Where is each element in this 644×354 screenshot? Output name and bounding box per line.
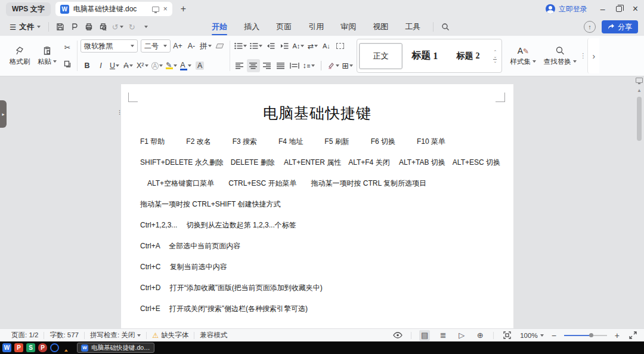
scrollbar-thumb[interactable] bbox=[637, 97, 642, 141]
redo-button[interactable]: ↻ bbox=[125, 20, 139, 33]
doc-line[interactable]: Ctrl+D 打开“添加收藏”面版(把当前页面添加到收藏夹中) bbox=[140, 278, 498, 298]
styles-scroll-down-button[interactable]: ⌄ bbox=[493, 54, 497, 59]
decrease-indent-button[interactable] bbox=[264, 39, 277, 53]
customize-toolbar-button[interactable] bbox=[139, 20, 153, 33]
taskbar-wps-writer-icon[interactable]: W bbox=[2, 343, 11, 352]
fullscreen-button[interactable] bbox=[501, 330, 512, 341]
tab-view[interactable]: 视图 bbox=[364, 18, 397, 36]
save-button[interactable] bbox=[53, 20, 67, 33]
copy-button[interactable] bbox=[61, 57, 74, 70]
increase-font-button[interactable]: A+ bbox=[171, 39, 184, 53]
scroll-up-arrow[interactable]: ▲ bbox=[637, 88, 642, 93]
chinese-conversion-button[interactable]: ⇄ bbox=[306, 39, 319, 53]
strikethrough-button[interactable]: A bbox=[122, 59, 135, 72]
cloud-upload-button[interactable]: ↑ bbox=[584, 21, 596, 33]
style-normal[interactable]: 正文 bbox=[359, 43, 402, 69]
underline-button[interactable]: U bbox=[108, 59, 121, 72]
zoom-level-select[interactable]: 100% bbox=[520, 332, 543, 339]
justify-button[interactable] bbox=[274, 59, 287, 72]
login-button[interactable]: 立即登录 bbox=[546, 4, 587, 14]
tab-tools[interactable]: 工具 bbox=[397, 18, 429, 36]
doc-line[interactable]: Ctrl+E 打开或关闭“搜索”侧边栏(各种搜索引擎可选) bbox=[140, 298, 498, 319]
char-shading-button[interactable]: A bbox=[193, 59, 206, 72]
zoom-slider[interactable] bbox=[564, 333, 607, 338]
file-menu-button[interactable]: ☰ 文件 bbox=[6, 22, 44, 32]
decrease-font-button[interactable]: A- bbox=[185, 39, 198, 53]
zoom-slider-knob[interactable] bbox=[589, 333, 593, 337]
bold-button[interactable]: B bbox=[80, 59, 94, 72]
tab-reference[interactable]: 引用 bbox=[300, 18, 332, 36]
ruler-toggle-icon[interactable] bbox=[636, 78, 643, 83]
vertical-scrollbar[interactable]: ▲ bbox=[635, 76, 643, 328]
taskbar-wps-spreadsheet-icon[interactable]: S bbox=[26, 343, 35, 352]
taskbar-wps-pdf-icon[interactable]: P bbox=[38, 343, 47, 352]
new-tab-button[interactable]: + bbox=[177, 4, 190, 14]
word-count[interactable]: 字数: 577 bbox=[44, 331, 84, 340]
taskbar-active-window[interactable]: W 电脑基础快捷键.do… bbox=[77, 343, 154, 353]
styles-more-button[interactable]: ⌄ bbox=[493, 59, 497, 63]
font-name-select[interactable]: 微软雅黑 bbox=[80, 39, 138, 53]
share-button[interactable]: 分享 bbox=[602, 20, 638, 33]
tab-review[interactable]: 审阅 bbox=[332, 18, 364, 36]
undo-button[interactable]: ↺ bbox=[110, 20, 125, 33]
font-color-button[interactable]: A bbox=[179, 59, 193, 72]
export-pdf-button[interactable] bbox=[67, 20, 82, 33]
web-view-button[interactable]: ⊕ bbox=[475, 330, 485, 341]
page-indicator[interactable]: 页面: 1/2 bbox=[6, 331, 44, 340]
minimize-button[interactable]: – bbox=[600, 4, 605, 14]
taskbar-display-icon[interactable] bbox=[62, 344, 70, 352]
compat-mode-indicator[interactable]: 兼容模式 bbox=[194, 331, 233, 340]
increase-indent-button[interactable] bbox=[278, 39, 291, 53]
tab-insert[interactable]: 插入 bbox=[236, 18, 268, 36]
doc-line[interactable]: Ctrl+C 复制当前选中内容 bbox=[140, 257, 498, 278]
tab-page[interactable]: 页面 bbox=[268, 18, 300, 36]
superscript-button[interactable]: X² bbox=[135, 59, 150, 72]
restore-button[interactable] bbox=[616, 6, 622, 12]
cut-button[interactable]: ✂ bbox=[61, 41, 74, 54]
fit-page-button[interactable] bbox=[627, 330, 638, 341]
style-heading1[interactable]: 标题 1 bbox=[404, 43, 446, 69]
text-effects-button[interactable]: A↕ bbox=[292, 39, 306, 53]
document-tab[interactable]: W 电脑基础快捷键.doc × bbox=[55, 2, 172, 16]
spell-check-toggle[interactable]: 拼写检查: 关闭 bbox=[85, 331, 146, 340]
close-window-button[interactable]: × bbox=[633, 4, 638, 14]
borders-button[interactable]: ⊞ bbox=[341, 59, 355, 72]
doc-line[interactable]: SHIFT+DELETE 永久删除 DELETE 删除 ALT+ENTER 属性… bbox=[140, 152, 498, 173]
monitor-icon[interactable] bbox=[152, 7, 159, 12]
show-marks-button[interactable] bbox=[333, 39, 346, 53]
ribbon-expand-button[interactable]: › bbox=[587, 38, 599, 73]
missing-font-indicator[interactable]: ⚠ 缺失字体 bbox=[147, 331, 194, 340]
zoom-in-button[interactable]: + bbox=[615, 331, 620, 340]
zoom-out-button[interactable]: − bbox=[552, 331, 556, 340]
find-replace-button[interactable]: 查找替换 bbox=[541, 38, 578, 73]
outline-view-button[interactable]: ≣ bbox=[438, 330, 448, 341]
phonetic-guide-button[interactable]: 拼 bbox=[199, 39, 213, 53]
italic-button[interactable]: I bbox=[94, 59, 107, 72]
doc-line[interactable]: ALT+空格键窗口菜单 CTRL+ESC 开始菜单 拖动某一项时按 CTRL 复… bbox=[140, 173, 498, 194]
tab-home[interactable]: 开始 bbox=[203, 18, 236, 36]
clear-format-button[interactable] bbox=[213, 39, 227, 53]
search-button[interactable] bbox=[438, 20, 453, 34]
doc-line[interactable]: 拖动某一项时按 CTRL+SHIFT 创建快捷方式 bbox=[140, 194, 498, 215]
bullet-list-button[interactable] bbox=[233, 39, 248, 53]
doc-line[interactable]: Ctrl+1,2,3... 切换到从左边数起第 1,2,3...个标签 bbox=[140, 215, 498, 236]
sidebar-toggle[interactable]: ▸ bbox=[0, 100, 7, 128]
more-options-icon[interactable]: ⋮ bbox=[580, 52, 586, 60]
align-right-button[interactable] bbox=[261, 59, 274, 72]
highlight-button[interactable]: ✎ bbox=[165, 59, 178, 72]
format-painter-button[interactable]: 格式刷 bbox=[6, 38, 33, 73]
distribute-button[interactable] bbox=[288, 59, 301, 72]
sort-button[interactable]: A↓ bbox=[320, 39, 333, 53]
enclose-character-button[interactable]: A bbox=[150, 59, 165, 72]
paste-button[interactable]: 粘贴 bbox=[33, 38, 61, 73]
close-tab-icon[interactable]: × bbox=[163, 5, 168, 13]
document-page[interactable]: 电脑基础快捷键 F1 帮助 F2 改名 F3 搜索 F4 地址 F5 刷新 F6… bbox=[121, 84, 513, 328]
document-title[interactable]: 电脑基础快捷键 bbox=[121, 103, 513, 123]
align-center-button[interactable] bbox=[247, 59, 260, 72]
page-view-button[interactable]: ▤ bbox=[419, 330, 430, 341]
print-preview-button[interactable] bbox=[96, 20, 110, 33]
style-set-button[interactable]: A✎ 样式集 bbox=[504, 38, 541, 73]
line-spacing-button[interactable]: ↕≡ bbox=[302, 59, 316, 72]
eye-protection-button[interactable] bbox=[392, 330, 403, 341]
read-mode-button[interactable]: ▷ bbox=[456, 330, 467, 341]
